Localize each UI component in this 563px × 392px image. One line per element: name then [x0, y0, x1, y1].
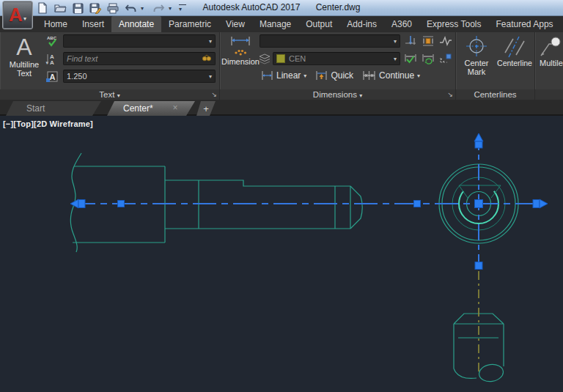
chevron-down-icon: ▾ — [394, 38, 397, 45]
chevron-down-icon: ▾ — [209, 73, 212, 80]
dim-layer-dropdown[interactable]: CEN ▾ — [273, 52, 400, 65]
leaders-panel-title — [535, 89, 563, 100]
linear-dimension-button[interactable]: Linear▾ — [261, 70, 306, 81]
tab-annotate[interactable]: Annotate — [111, 16, 161, 32]
panel-centerlines: Center Mark Centerline Centerlines — [456, 32, 535, 100]
dimension-button[interactable]: Dimension — [221, 35, 260, 66]
find-text-field[interactable] — [63, 52, 216, 65]
application-menu-button[interactable]: A ▾ — [2, 1, 33, 29]
tab-bim360[interactable]: BIM 360 — [561, 16, 563, 32]
reassociate-icon[interactable] — [438, 52, 453, 65]
tab-output[interactable]: Output — [298, 16, 339, 32]
svg-text:A: A — [50, 73, 56, 81]
chevron-down-icon: ▾ — [303, 73, 306, 79]
dimension-icon — [229, 35, 251, 57]
continue-dimension-button[interactable]: Continue▾ — [362, 70, 420, 81]
center-mark-icon — [464, 35, 489, 59]
viewport-controls[interactable]: [−][Top][2D Wireframe] — [3, 119, 93, 128]
arrow-grip-right-tail[interactable] — [533, 200, 540, 208]
tab-parametric[interactable]: Parametric — [161, 16, 218, 32]
tab-view[interactable]: View — [218, 16, 252, 32]
text-height-value: 1.250 — [67, 72, 87, 81]
layer-color-swatch — [276, 54, 285, 63]
window-title: Autodesk AutoCAD 2017 Center.dwg — [0, 2, 563, 12]
arrow-grip-top[interactable] — [474, 133, 483, 141]
centerline-label: Centerline — [494, 59, 535, 67]
multileader-label: Multileader — [540, 59, 563, 67]
square-grip[interactable] — [118, 201, 125, 207]
tab-addins[interactable]: Add-ins — [339, 16, 384, 32]
file-tab-center[interactable]: Center* — [107, 101, 195, 116]
spell-check-icon[interactable]: ABC — [45, 34, 60, 48]
arrow-grip-left-tail[interactable] — [78, 200, 85, 208]
centerlines-panel-title: Centerlines — [456, 89, 534, 100]
find-icon[interactable] — [202, 54, 212, 64]
app-name: Autodesk AutoCAD 2017 — [203, 2, 301, 12]
update-dimension-icon[interactable] — [421, 52, 435, 65]
quick-dimension-button[interactable]: Quick — [315, 70, 353, 81]
file-tab-bar: Start Center* × + — [0, 100, 563, 116]
dimensions-panel-title[interactable]: Dimensions ▾ ↘ — [220, 89, 455, 100]
square-grip[interactable] — [414, 201, 421, 207]
quick-icon — [315, 70, 328, 81]
tab-home[interactable]: Home — [37, 16, 75, 32]
svg-text:A: A — [50, 59, 54, 65]
panel-text: A Multiline Text ▾ ABC AA A ▾ — [0, 32, 220, 100]
document-name: Center.dwg — [316, 2, 361, 12]
chevron-down-icon: ▾ — [417, 73, 420, 79]
chevron-down-icon: ▾ — [394, 56, 397, 62]
shaft-side-view[interactable] — [70, 153, 362, 252]
tab-manage[interactable]: Manage — [252, 16, 298, 32]
center-grip[interactable] — [475, 200, 483, 208]
continue-icon — [362, 70, 376, 81]
jog-line-icon[interactable] — [438, 34, 453, 48]
close-tab-icon[interactable]: × — [170, 103, 180, 113]
dim-layer-value: CEN — [289, 54, 306, 63]
panel-dimensions: Dimension ▾ CEN ▾ Linear▾ — [220, 32, 456, 100]
centerline-button[interactable]: Centerline — [496, 35, 534, 67]
dim-layer-icon — [258, 52, 271, 65]
dim-style-dropdown[interactable]: ▾ — [260, 34, 400, 48]
center-mark-button[interactable]: Center Mark — [457, 35, 496, 76]
selection-grips[interactable] — [70, 133, 548, 270]
ribbon-tab-bar: Home Insert Annotate Parametric View Man… — [0, 16, 563, 32]
autocad-logo: A — [9, 4, 23, 26]
dimension-label: Dimension — [221, 57, 260, 66]
center-mark-label: Center Mark — [457, 59, 496, 76]
drawing-canvas[interactable]: [−][Top][2D Wireframe] — [0, 116, 563, 392]
model-space[interactable] — [0, 116, 563, 392]
multileader-button[interactable]: Multileader — [540, 35, 563, 67]
tab-a360[interactable]: A360 — [384, 16, 419, 32]
autocad-window: ▾ ▾ ▾ Autodesk AutoCAD 2017 Center.dwg A… — [0, 0, 563, 392]
text-align-icon[interactable]: AA — [45, 52, 60, 65]
shaft-nose-chamfer — [350, 186, 362, 229]
arrow-grip-left[interactable] — [70, 199, 78, 208]
text-panel-title[interactable]: Text ▾ ↘ — [0, 89, 219, 100]
text-style-dropdown[interactable]: ▾ — [63, 34, 216, 48]
multileader-icon — [540, 35, 562, 59]
dimensions-panel-launcher-icon[interactable]: ↘ — [447, 90, 453, 99]
dimension-break-icon[interactable] — [403, 34, 418, 48]
ribbon: A Multiline Text ▾ ABC AA A ▾ — [0, 32, 563, 100]
find-text-input[interactable] — [67, 54, 202, 63]
title-bar: ▾ ▾ ▾ Autodesk AutoCAD 2017 Center.dwg — [0, 0, 563, 16]
arrow-grip-top-tail[interactable] — [475, 141, 482, 148]
square-grip-bottom[interactable] — [475, 262, 482, 270]
adjust-space-icon[interactable] — [421, 34, 435, 48]
file-tab-start[interactable]: Start — [6, 101, 101, 116]
linear-icon — [261, 70, 273, 81]
inspect-dimension-icon[interactable] — [403, 52, 418, 65]
text-panel-launcher-icon[interactable]: ↘ — [211, 90, 217, 99]
app-menu-caret-icon: ▾ — [23, 15, 26, 22]
text-height-icon[interactable]: A — [45, 70, 60, 83]
chevron-down-icon: ▾ — [209, 38, 212, 45]
arrow-grip-right[interactable] — [540, 199, 548, 208]
tab-express-tools[interactable]: Express Tools — [419, 16, 488, 32]
new-drawing-tab-button[interactable]: + — [196, 101, 216, 116]
multiline-text-icon: A — [16, 34, 32, 60]
tab-insert[interactable]: Insert — [75, 16, 111, 32]
multiline-text-button[interactable]: A Multiline Text ▾ — [4, 34, 44, 78]
tab-featured-apps[interactable]: Featured Apps — [489, 16, 561, 32]
text-height-dropdown[interactable]: 1.250 ▾ — [63, 70, 216, 83]
centerline-icon — [503, 35, 526, 59]
